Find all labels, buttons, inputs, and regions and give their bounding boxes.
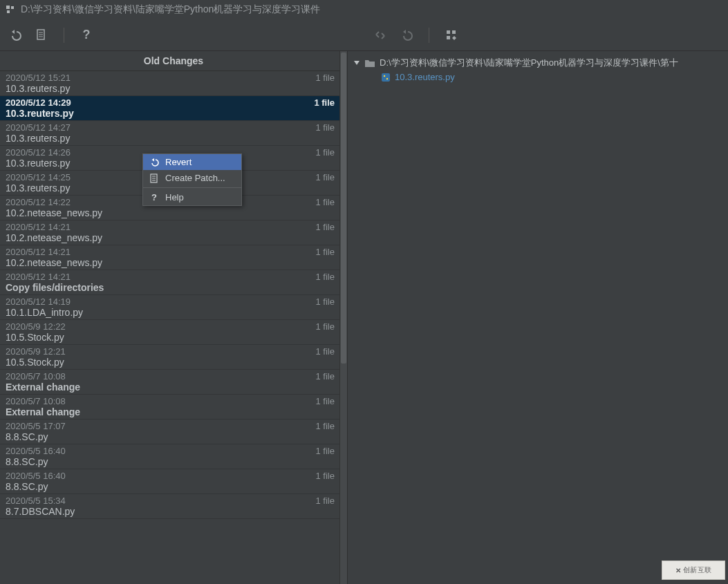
title-bar: D:\学习资料\微信学习资料\陆家嘴学堂Python机器学习与深度学习课件 xyxy=(0,0,728,19)
history-item[interactable]: 2020/5/12 14:211 fileCopy files/director… xyxy=(0,270,340,295)
history-item[interactable]: 2020/5/12 15:211 file10.3.reuters.py xyxy=(0,71,340,96)
history-list: 2020/5/12 15:211 file10.3.reuters.py2020… xyxy=(0,71,347,584)
history-label: 10.3.reuters.py xyxy=(6,83,335,94)
revert-icon[interactable] xyxy=(8,28,22,42)
history-count: 1 file xyxy=(316,396,335,406)
history-item[interactable]: 2020/5/5 17:071 file8.8.SC.py xyxy=(0,420,340,444)
history-count: 1 file xyxy=(316,421,335,431)
svg-rect-8 xyxy=(452,30,456,34)
history-label: External change xyxy=(6,382,335,393)
python-file-icon xyxy=(381,73,391,82)
context-menu-revert[interactable]: Revert xyxy=(143,154,241,170)
file-name: 10.3.reuters.py xyxy=(395,72,455,82)
help-icon[interactable]: ? xyxy=(80,28,93,42)
help-icon: ? xyxy=(149,192,160,202)
history-date: 2020/5/12 14:21 xyxy=(6,272,71,282)
history-count: 1 file xyxy=(316,73,335,83)
context-menu-help[interactable]: ? Help xyxy=(143,189,241,205)
folder-icon xyxy=(364,59,375,68)
history-count: 1 file xyxy=(316,197,335,207)
svg-marker-10 xyxy=(452,36,456,40)
svg-marker-15 xyxy=(354,61,360,65)
history-count: 1 file xyxy=(316,321,335,332)
history-item[interactable]: 2020/5/12 14:291 file10.3.reuters.py xyxy=(0,96,340,121)
svg-rect-1 xyxy=(11,6,14,9)
history-count: 1 file xyxy=(316,147,335,158)
patch-icon[interactable] xyxy=(35,28,48,42)
history-item[interactable]: 2020/5/12 14:271 file10.3.reuters.py xyxy=(0,121,340,146)
history-count: 1 file xyxy=(316,172,335,182)
history-item[interactable]: 2020/5/5 16:401 file8.8.SC.py xyxy=(0,469,340,494)
history-date: 2020/5/5 15:34 xyxy=(6,496,66,506)
watermark-badge: ✕ 创新互联 xyxy=(662,561,725,580)
history-item[interactable]: 2020/5/12 14:211 file10.2.netease_news.p… xyxy=(0,220,340,245)
history-label: Copy files/directories xyxy=(6,282,335,293)
svg-rect-9 xyxy=(447,36,450,39)
context-menu-label: Revert xyxy=(165,157,192,167)
history-date: 2020/5/12 15:21 xyxy=(6,73,71,83)
main-area: Old Changes 2020/5/12 15:211 file10.3.re… xyxy=(0,51,728,584)
history-date: 2020/5/12 14:19 xyxy=(6,296,71,307)
history-item[interactable]: 2020/5/7 10:081 fileExternal change xyxy=(0,370,340,395)
folder-row[interactable]: D:\学习资料\微信学习资料\陆家嘴学堂Python机器学习与深度学习课件\第十 xyxy=(351,55,725,70)
history-item[interactable]: 2020/5/12 14:211 file10.2.netease_news.p… xyxy=(0,245,340,270)
svg-rect-7 xyxy=(447,30,450,34)
undo-icon[interactable] xyxy=(400,28,413,42)
history-date: 2020/5/12 14:29 xyxy=(6,97,71,108)
history-count: 1 file xyxy=(316,296,335,307)
svg-point-18 xyxy=(386,77,388,79)
history-label: 10.3.reuters.py xyxy=(6,108,335,119)
history-label: External change xyxy=(6,406,335,417)
context-menu-label: Help xyxy=(165,192,184,202)
history-date: 2020/5/12 14:21 xyxy=(6,222,71,232)
svg-rect-0 xyxy=(6,6,10,9)
svg-rect-2 xyxy=(7,10,10,13)
history-item[interactable]: 2020/5/9 12:211 file10.5.Stock.py xyxy=(0,345,340,370)
file-tree-panel: D:\学习资料\微信学习资料\陆家嘴学堂Python机器学习与深度学习课件\第十… xyxy=(348,51,728,584)
history-date: 2020/5/9 12:22 xyxy=(6,321,66,332)
history-count: 1 file xyxy=(316,371,335,382)
history-date: 2020/5/5 16:40 xyxy=(6,446,66,456)
history-label: 8.7.DBSCAN.py xyxy=(6,506,335,517)
history-label: 8.8.SC.py xyxy=(6,481,335,492)
history-panel: Old Changes 2020/5/12 15:211 file10.3.re… xyxy=(0,51,348,584)
history-count: 1 file xyxy=(314,97,335,108)
toolbar-divider xyxy=(64,28,64,43)
history-item[interactable]: 2020/5/7 10:081 fileExternal change xyxy=(0,395,340,420)
history-date: 2020/5/12 14:25 xyxy=(6,172,71,182)
history-date: 2020/5/12 14:22 xyxy=(6,197,71,207)
history-item[interactable]: 2020/5/12 14:191 file10.1.LDA_intro.py xyxy=(0,295,340,320)
history-label: 10.2.netease_news.py xyxy=(6,232,335,243)
history-label: 10.1.LDA_intro.py xyxy=(6,307,335,318)
revert-icon xyxy=(149,158,160,167)
context-menu-separator xyxy=(143,187,241,188)
file-row[interactable]: 10.3.reuters.py xyxy=(351,70,725,84)
toolbar-divider-2 xyxy=(429,28,429,43)
scrollbar-thumb[interactable] xyxy=(341,53,346,364)
history-count: 1 file xyxy=(316,446,335,456)
history-count: 1 file xyxy=(316,272,335,282)
history-count: 1 file xyxy=(316,471,335,481)
history-label: 10.3.reuters.py xyxy=(6,133,335,144)
history-item[interactable]: 2020/5/9 12:221 file10.5.Stock.py xyxy=(0,320,340,345)
history-label: 10.2.netease_news.py xyxy=(6,257,335,268)
history-date: 2020/5/12 14:27 xyxy=(6,122,71,133)
expand-diff-icon[interactable] xyxy=(373,28,387,42)
context-menu-label: Create Patch... xyxy=(165,173,225,183)
history-date: 2020/5/9 12:21 xyxy=(6,346,66,357)
history-date: 2020/5/12 14:26 xyxy=(6,147,71,158)
history-date: 2020/5/7 10:08 xyxy=(6,371,66,382)
history-label: 8.8.SC.py xyxy=(6,431,335,442)
history-label: 10.5.Stock.py xyxy=(6,357,335,368)
app-icon xyxy=(6,5,15,15)
history-item[interactable]: 2020/5/5 16:401 file8.8.SC.py xyxy=(0,444,340,469)
context-menu: Revert Create Patch... ? Help xyxy=(142,153,242,206)
toolbar: ? xyxy=(0,19,728,51)
svg-point-17 xyxy=(384,75,385,76)
group-icon[interactable] xyxy=(445,28,458,42)
history-label: 10.5.Stock.py xyxy=(6,332,335,343)
history-date: 2020/5/7 10:08 xyxy=(6,396,66,406)
history-item[interactable]: 2020/5/5 15:341 file8.7.DBSCAN.py xyxy=(0,494,340,519)
collapse-icon[interactable] xyxy=(353,59,360,66)
context-menu-create-patch[interactable]: Create Patch... xyxy=(143,170,241,186)
